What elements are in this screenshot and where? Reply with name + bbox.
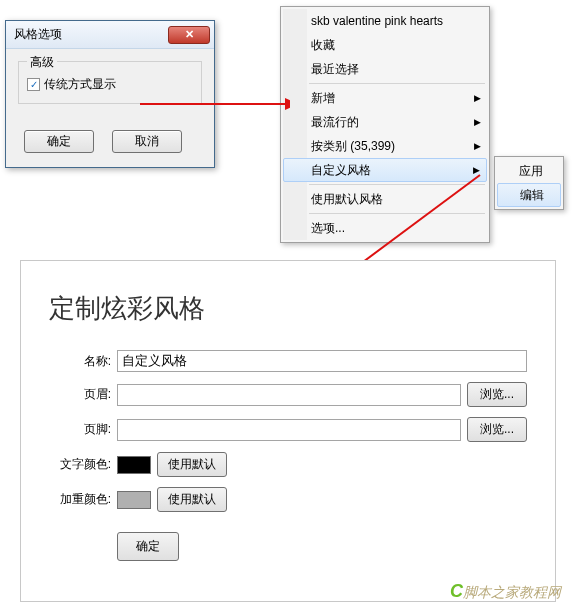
menu-item-favorites[interactable]: 收藏	[283, 33, 487, 57]
custom-style-panel: 定制炫彩风格 名称: 页眉: 浏览... 页脚: 浏览... 文字颜色: 使用默…	[20, 260, 556, 602]
name-input[interactable]	[117, 350, 527, 372]
svg-marker-1	[285, 98, 290, 110]
dialog-buttons: 确定 取消	[6, 116, 214, 167]
traditional-display-checkbox[interactable]: ✓	[27, 78, 40, 91]
arrow-annotation-icon	[140, 94, 290, 114]
header-label: 页眉:	[49, 386, 111, 403]
submenu-item-apply[interactable]: 应用	[497, 159, 561, 183]
menu-item-new[interactable]: 新增 ▶	[283, 86, 487, 110]
form-row-confirm: 确定	[49, 532, 527, 561]
menu-item-skb[interactable]: skb valentine pink hearts	[283, 9, 487, 33]
form-row-accent-color: 加重颜色: 使用默认	[49, 487, 527, 512]
text-color-label: 文字颜色:	[49, 456, 111, 473]
menu-item-label: 最流行的	[311, 115, 359, 129]
dialog-titlebar[interactable]: 风格选项 ✕	[6, 21, 214, 49]
chevron-right-icon: ▶	[474, 138, 481, 154]
panel-title: 定制炫彩风格	[49, 291, 527, 326]
checkbox-label: 传统方式显示	[44, 76, 116, 93]
form-row-text-color: 文字颜色: 使用默认	[49, 452, 527, 477]
dialog-title: 风格选项	[14, 26, 62, 43]
check-icon: ✓	[30, 79, 38, 90]
chevron-right-icon: ▶	[474, 90, 481, 106]
text-color-swatch[interactable]	[117, 456, 151, 474]
footer-label: 页脚:	[49, 421, 111, 438]
menu-item-label: 按类别 (35,399)	[311, 139, 395, 153]
browse-footer-button[interactable]: 浏览...	[467, 417, 527, 442]
form-row-name: 名称:	[49, 350, 527, 372]
menu-item-category[interactable]: 按类别 (35,399) ▶	[283, 134, 487, 158]
checkbox-row[interactable]: ✓ 传统方式显示	[27, 76, 193, 93]
form-row-footer: 页脚: 浏览...	[49, 417, 527, 442]
name-label: 名称:	[49, 353, 111, 370]
ok-button[interactable]: 确定	[24, 130, 94, 153]
watermark-text: 脚本之家教程网	[463, 584, 561, 600]
groupbox-title: 高级	[27, 54, 57, 71]
submenu: 应用 编辑	[494, 156, 564, 210]
footer-input[interactable]	[117, 419, 461, 441]
chevron-right-icon: ▶	[474, 114, 481, 130]
accent-color-label: 加重颜色:	[49, 491, 111, 508]
menu-item-popular[interactable]: 最流行的 ▶	[283, 110, 487, 134]
confirm-button[interactable]: 确定	[117, 532, 179, 561]
menu-item-recent[interactable]: 最近选择	[283, 57, 487, 81]
submenu-item-edit[interactable]: 编辑	[497, 183, 561, 207]
browse-header-button[interactable]: 浏览...	[467, 382, 527, 407]
accent-color-default-button[interactable]: 使用默认	[157, 487, 227, 512]
form-row-header: 页眉: 浏览...	[49, 382, 527, 407]
menu-separator	[309, 83, 485, 84]
close-button[interactable]: ✕	[168, 26, 210, 44]
text-color-default-button[interactable]: 使用默认	[157, 452, 227, 477]
watermark: C脚本之家教程网	[450, 581, 561, 602]
watermark-c: C	[450, 581, 463, 601]
accent-color-swatch[interactable]	[117, 491, 151, 509]
header-input[interactable]	[117, 384, 461, 406]
close-icon: ✕	[185, 28, 194, 41]
cancel-button[interactable]: 取消	[112, 130, 182, 153]
menu-item-label: 新增	[311, 91, 335, 105]
